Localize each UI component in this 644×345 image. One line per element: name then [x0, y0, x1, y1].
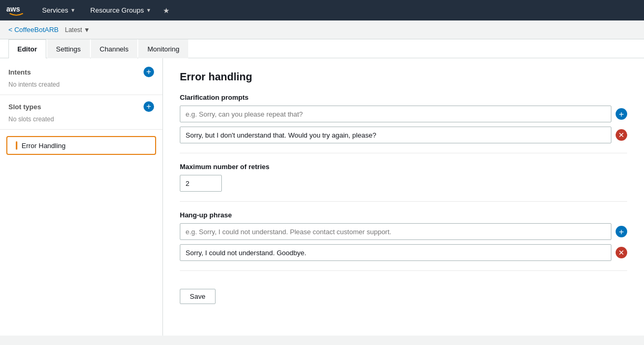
- slot-types-section: Slot types + No slots created: [0, 101, 162, 130]
- svg-text:aws: aws: [6, 4, 21, 13]
- tab-monitoring[interactable]: Monitoring: [138, 39, 188, 58]
- hangup-section: Hang-up phrase + ✕: [180, 211, 627, 261]
- error-handling-nav-item[interactable]: Error Handling: [6, 136, 156, 155]
- max-retries-label: Maximum number of retries: [180, 163, 627, 171]
- remove-hangup-button[interactable]: ✕: [616, 247, 627, 258]
- save-button[interactable]: Save: [180, 289, 216, 304]
- version-chevron-icon: ▼: [84, 26, 90, 34]
- services-menu[interactable]: Services ▼: [39, 4, 79, 16]
- max-retries-section: Maximum number of retries: [180, 163, 627, 192]
- intents-section: Intents + No intents created: [0, 67, 162, 95]
- resource-groups-menu[interactable]: Resource Groups ▼: [87, 4, 155, 16]
- breadcrumb: < CoffeeBotARB Latest ▼: [0, 20, 644, 39]
- section-divider-1: [180, 153, 627, 153]
- clarification-filled-row: ✕: [180, 127, 627, 143]
- services-chevron-icon: ▼: [70, 7, 76, 13]
- breadcrumb-back-link[interactable]: < CoffeeBotARB: [8, 26, 59, 34]
- hangup-label: Hang-up phrase: [180, 211, 627, 219]
- tab-editor[interactable]: Editor: [8, 39, 46, 58]
- intents-empty-label: No intents created: [8, 81, 59, 88]
- version-label: Latest: [65, 26, 83, 34]
- clarification-section: Clarification prompts + ✕: [180, 93, 627, 143]
- clarification-placeholder-input[interactable]: [180, 106, 611, 122]
- version-selector[interactable]: Latest ▼: [65, 26, 90, 34]
- hangup-filled-row: ✕: [180, 244, 627, 261]
- tab-settings[interactable]: Settings: [47, 39, 90, 58]
- clarification-label: Clarification prompts: [180, 93, 627, 101]
- section-divider-2: [180, 201, 627, 202]
- slot-types-header: Slot types +: [8, 101, 154, 112]
- slot-types-empty-label: No slots created: [8, 116, 54, 123]
- services-label: Services: [42, 6, 68, 14]
- aws-logo: aws: [6, 4, 26, 17]
- hangup-placeholder-row: +: [180, 223, 627, 240]
- sidebar: Intents + No intents created Slot types …: [0, 58, 163, 336]
- tabs-bar: Editor Settings Channels Monitoring: [0, 39, 644, 58]
- add-intent-button[interactable]: +: [144, 67, 154, 77]
- max-retries-input[interactable]: [180, 175, 222, 192]
- tab-channels[interactable]: Channels: [91, 39, 138, 58]
- slot-types-title: Slot types: [8, 103, 41, 111]
- favorites-star-icon[interactable]: ★: [163, 6, 170, 15]
- hangup-placeholder-input[interactable]: [180, 223, 611, 240]
- add-slot-button[interactable]: +: [144, 101, 154, 112]
- content-area: Error handling Clarification prompts + ✕…: [163, 58, 644, 336]
- resource-groups-chevron-icon: ▼: [146, 7, 151, 13]
- clarification-filled-input[interactable]: [180, 127, 611, 143]
- intents-title: Intents: [8, 68, 31, 76]
- add-hangup-button[interactable]: +: [616, 226, 627, 237]
- add-clarification-button[interactable]: +: [616, 108, 627, 120]
- intents-header: Intents +: [8, 67, 154, 77]
- hangup-filled-input[interactable]: [180, 244, 611, 261]
- error-handling-nav-label: Error Handling: [22, 142, 66, 150]
- top-nav: aws Services ▼ Resource Groups ▼ ★: [0, 0, 644, 20]
- remove-clarification-button[interactable]: ✕: [616, 129, 627, 141]
- section-divider-3: [180, 270, 627, 271]
- resource-groups-label: Resource Groups: [90, 6, 144, 14]
- clarification-placeholder-row: +: [180, 106, 627, 122]
- main-layout: Intents + No intents created Slot types …: [0, 58, 644, 336]
- page-title: Error handling: [180, 71, 627, 83]
